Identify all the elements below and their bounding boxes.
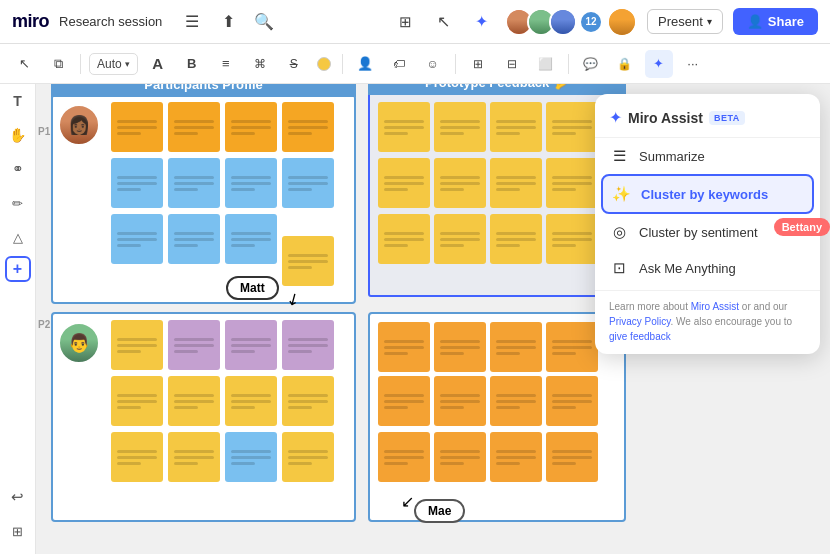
summarize-item[interactable]: ☰ Summarize xyxy=(595,138,820,174)
ask-anything-item[interactable]: ⊡ Ask Me Anything xyxy=(595,250,820,286)
grid-tool[interactable]: ⊞ xyxy=(3,516,33,546)
miro-assist-panel: ✦ Miro Assist BETA ☰ Summarize ✨ Cluster… xyxy=(595,94,820,354)
sticky-note[interactable] xyxy=(434,432,486,482)
sticky-note[interactable] xyxy=(546,102,598,152)
assist-button[interactable]: ✦ xyxy=(645,50,673,78)
grid-view-icon[interactable]: ⊞ xyxy=(391,8,419,36)
tag-button[interactable]: 🏷 xyxy=(385,50,413,78)
sticky-note[interactable] xyxy=(168,158,220,208)
sticky-note[interactable] xyxy=(546,322,598,372)
table-button[interactable]: ⊞ xyxy=(464,50,492,78)
left-sidebar: ↖ T ✋ ⚭ ✏ △ + ↩ ⊞ xyxy=(0,44,36,554)
more-button[interactable]: ··· xyxy=(679,50,707,78)
emoji-button[interactable]: ☺ xyxy=(419,50,447,78)
cursor-tool[interactable]: ↖ xyxy=(10,50,38,78)
sticky-note[interactable] xyxy=(111,214,163,264)
copy-tool[interactable]: ⧉ xyxy=(44,50,72,78)
lock-button[interactable]: 🔒 xyxy=(611,50,639,78)
sticky-note[interactable] xyxy=(546,158,598,208)
sticky-note[interactable] xyxy=(434,158,486,208)
sticky-note[interactable] xyxy=(378,102,430,152)
sticky-note[interactable] xyxy=(168,376,220,426)
sticky-note[interactable] xyxy=(490,376,542,426)
sticky-note[interactable] xyxy=(546,432,598,482)
share-button[interactable]: 👤 Share xyxy=(733,8,818,35)
add-tool[interactable]: + xyxy=(5,256,31,282)
p1-avatar: 👩🏾 xyxy=(58,104,100,146)
sticky-note[interactable] xyxy=(282,432,334,482)
privacy-policy-link[interactable]: Privacy Policy xyxy=(609,316,671,327)
sticky-note[interactable] xyxy=(225,432,277,482)
sticky-note[interactable] xyxy=(434,322,486,372)
upload-icon[interactable]: ⬆ xyxy=(214,8,242,36)
sticky-note[interactable] xyxy=(378,432,430,482)
cluster-keywords-item[interactable]: ✨ Cluster by keywords xyxy=(601,174,814,214)
magic-icon[interactable]: ✦ xyxy=(467,8,495,36)
font-family-button[interactable]: A xyxy=(144,50,172,78)
sticky-note[interactable] xyxy=(490,158,542,208)
sticky-note[interactable] xyxy=(168,432,220,482)
sticky-note[interactable] xyxy=(168,102,220,152)
sticky-note[interactable] xyxy=(282,102,334,152)
sticky-note[interactable] xyxy=(282,376,334,426)
frame-button[interactable]: ⬜ xyxy=(532,50,560,78)
sticky-note[interactable] xyxy=(434,102,486,152)
sticky-note[interactable] xyxy=(225,158,277,208)
give-feedback-link[interactable]: give feedback xyxy=(609,331,671,342)
sticky-note[interactable] xyxy=(546,376,598,426)
sticky-note[interactable] xyxy=(378,322,430,372)
present-button[interactable]: Present ▾ xyxy=(647,9,723,34)
sticky-note[interactable] xyxy=(225,102,277,152)
navbar-tools: ☰ ⬆ 🔍 xyxy=(178,8,278,36)
shape-tool[interactable]: △ xyxy=(3,222,33,252)
sticky-note[interactable] xyxy=(490,432,542,482)
sticky-note[interactable] xyxy=(225,320,277,370)
cluster-sentiment-item[interactable]: ◎ Cluster by sentiment Bettany xyxy=(595,214,820,250)
hand-tool[interactable]: ✋ xyxy=(3,120,33,150)
connect-tool[interactable]: ⚭ xyxy=(3,154,33,184)
board-title[interactable]: Research session xyxy=(59,14,162,29)
miro-assist-link[interactable]: Miro Assist xyxy=(691,301,739,312)
sticky-note[interactable] xyxy=(111,432,163,482)
pen-tool[interactable]: ✏ xyxy=(3,188,33,218)
sticky-note[interactable] xyxy=(490,214,542,264)
sticky-note[interactable] xyxy=(225,214,277,264)
sticky-note[interactable] xyxy=(111,376,163,426)
sticky-note[interactable] xyxy=(434,376,486,426)
grid-button[interactable]: ⊟ xyxy=(498,50,526,78)
sticky-note[interactable] xyxy=(282,236,334,286)
color-picker[interactable] xyxy=(314,54,334,74)
sticky-note[interactable] xyxy=(282,320,334,370)
align-button[interactable]: ≡ xyxy=(212,50,240,78)
link-button[interactable]: ⌘ xyxy=(246,50,274,78)
menu-icon[interactable]: ☰ xyxy=(178,8,206,36)
strikethrough-button[interactable]: S xyxy=(280,50,308,78)
bold-button[interactable]: B xyxy=(178,50,206,78)
sticky-note[interactable] xyxy=(111,158,163,208)
sticky-note[interactable] xyxy=(378,376,430,426)
sticky-note[interactable] xyxy=(378,158,430,208)
undo-tool[interactable]: ↩ xyxy=(3,482,33,512)
search-icon[interactable]: 🔍 xyxy=(250,8,278,36)
font-size-dropdown[interactable]: Auto ▾ xyxy=(89,53,138,75)
sticky-note[interactable] xyxy=(282,158,334,208)
sticky-note[interactable] xyxy=(168,214,220,264)
avatar-count[interactable]: 12 xyxy=(579,10,603,34)
sticky-note[interactable] xyxy=(378,214,430,264)
sticky-note[interactable] xyxy=(225,376,277,426)
cursor-icon[interactable]: ↖ xyxy=(429,8,457,36)
p1-label: P1 xyxy=(38,126,50,137)
sticky-note[interactable] xyxy=(490,322,542,372)
divider-3 xyxy=(455,54,456,74)
app-logo: miro xyxy=(12,11,49,32)
person-button[interactable]: 👤 xyxy=(351,50,379,78)
sticky-note[interactable] xyxy=(546,214,598,264)
text-tool[interactable]: T xyxy=(3,86,33,116)
sticky-note[interactable] xyxy=(490,102,542,152)
sticky-note[interactable] xyxy=(434,214,486,264)
sticky-note[interactable] xyxy=(168,320,220,370)
speech-button[interactable]: 💬 xyxy=(577,50,605,78)
sticky-note[interactable] xyxy=(111,320,163,370)
sticky-note[interactable] xyxy=(111,102,163,152)
current-user-avatar xyxy=(607,7,637,37)
